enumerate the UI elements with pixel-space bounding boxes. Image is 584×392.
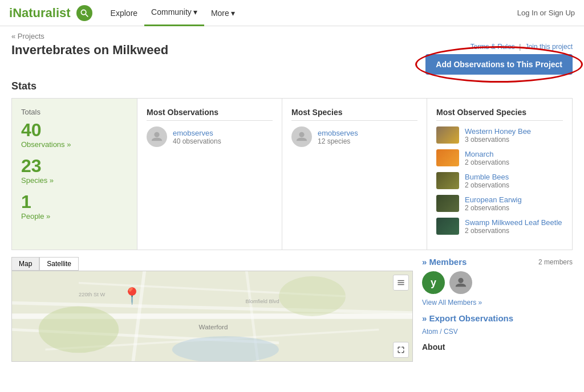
totals-box: Totals 40 Observations » 23 Species » 1 …: [12, 99, 137, 250]
most-species-title: Most Species: [291, 108, 417, 121]
search-icon: [80, 9, 88, 17]
export-section: Export Observations Atom / CSV: [422, 313, 573, 336]
species-name[interactable]: Swamp Milkweed Leaf Beetle: [465, 218, 562, 227]
totals-label: Totals: [21, 108, 128, 116]
species-row: European Earwig2 observations: [436, 195, 563, 212]
map-controls: Map Satellite: [11, 257, 413, 271]
login-link[interactable]: Log In: [517, 9, 538, 17]
avatar-icon: [295, 130, 308, 143]
species-row: Swamp Milkweed Leaf Beetle2 observations: [436, 218, 563, 235]
svg-point-3: [299, 132, 304, 137]
most-species-col: Most Species emobserves 12 species: [282, 99, 427, 250]
species-count: 23: [21, 157, 128, 175]
add-observations-button[interactable]: Add Observations to This Project: [425, 54, 573, 75]
members-title: Members: [422, 257, 467, 267]
join-link[interactable]: Join this project: [525, 43, 573, 51]
svg-point-12: [39, 306, 119, 353]
svg-rect-18: [398, 280, 404, 281]
sidebar-section: Members 2 members y View All Members » E…: [413, 257, 573, 362]
avatar-icon: [455, 276, 467, 289]
species-thumb: [436, 218, 459, 235]
members-header: Members 2 members: [422, 257, 573, 267]
layers-icon: [397, 279, 405, 287]
most-species-user-row: emobserves 12 species: [291, 126, 417, 147]
brand-suffix: Naturalist: [13, 6, 70, 20]
map-pin: 📍: [122, 287, 142, 305]
most-obs-count: 40 observations: [173, 137, 221, 145]
stats-grid: Totals 40 Observations » 23 Species » 1 …: [11, 98, 573, 250]
header-right: Terms & Rules | Join this project Add Ob…: [425, 43, 573, 75]
export-title: Export Observations: [422, 313, 573, 323]
species-info: European Earwig2 observations: [465, 195, 522, 212]
svg-rect-20: [398, 284, 404, 285]
chevron-down-icon: ▾: [231, 9, 235, 18]
species-info: Monarch2 observations: [465, 150, 509, 166]
search-button[interactable]: [76, 5, 92, 21]
projects-link[interactable]: « Projects: [11, 32, 44, 40]
most-species-avatar: [291, 126, 312, 147]
nav-links: Explore Community ▾ More ▾: [104, 0, 242, 26]
about-section: About: [422, 342, 573, 352]
species-info: Swamp Milkweed Leaf Beetle2 observations: [465, 218, 562, 235]
observations-label[interactable]: Observations »: [21, 140, 128, 149]
species-row: Western Honey Bee3 observations: [436, 126, 563, 144]
terms-link[interactable]: Terms & Rules: [471, 43, 515, 51]
navbar: iNaturalist Explore Community ▾ More ▾ L…: [0, 0, 584, 26]
export-links: Atom / CSV: [422, 328, 573, 336]
most-observed-species-col: Most Observed Species Western Honey Bee3…: [427, 99, 572, 250]
nav-auth: Log In or Sign Up: [517, 9, 575, 17]
species-thumb: [436, 126, 459, 144]
nav-more[interactable]: More ▾: [204, 0, 242, 26]
nav-explore[interactable]: Explore: [104, 0, 144, 26]
brand-logo[interactable]: iNaturalist: [9, 6, 71, 21]
member-avatars: y: [422, 271, 573, 294]
species-name[interactable]: Monarch: [465, 150, 509, 158]
map-fullscreen-button[interactable]: [393, 342, 409, 358]
view-all-members-link[interactable]: View All Members »: [422, 299, 482, 307]
most-observations-title: Most Observations: [147, 108, 273, 121]
map-container: Waterford 220th St W Blomfield Blvd 📍: [11, 271, 413, 362]
members-count: 2 members: [538, 258, 573, 266]
atom-link[interactable]: Atom: [422, 328, 438, 336]
stats-section: Stats Totals 40 Observations » 23 Specie…: [0, 80, 584, 250]
svg-point-2: [154, 132, 159, 137]
species-info: Bumble Bees2 observations: [465, 173, 509, 189]
species-row: Monarch2 observations: [436, 149, 563, 166]
chevron-down-icon: ▾: [193, 7, 197, 17]
species-thumb: [436, 149, 459, 166]
most-obs-avatar: [147, 126, 167, 147]
add-observations-wrapper: Add Observations to This Project: [425, 54, 573, 75]
species-thumb: [436, 172, 459, 189]
signup-link[interactable]: Sign Up: [549, 9, 575, 17]
most-species-username[interactable]: emobserves: [318, 129, 358, 137]
map-layers-button[interactable]: [393, 275, 409, 291]
svg-text:Blomfield Blvd: Blomfield Blvd: [246, 299, 279, 304]
nav-community[interactable]: Community ▾: [144, 0, 204, 26]
most-observed-species-title: Most Observed Species: [436, 108, 563, 121]
most-obs-username[interactable]: emobserves: [173, 129, 221, 137]
people-label[interactable]: People »: [21, 212, 128, 220]
svg-text:Waterford: Waterford: [199, 323, 228, 330]
species-name[interactable]: Western Honey Bee: [465, 127, 531, 136]
member-avatar-1[interactable]: y: [422, 271, 445, 294]
map-background: Waterford 220th St W Blomfield Blvd: [12, 271, 412, 361]
people-count: 1: [21, 193, 128, 211]
species-list: Western Honey Bee3 observationsMonarch2 …: [436, 126, 563, 235]
species-info: Western Honey Bee3 observations: [465, 127, 531, 144]
member-avatar-2[interactable]: [449, 271, 472, 294]
species-label[interactable]: Species »: [21, 176, 128, 185]
species-name[interactable]: Bumble Bees: [465, 173, 509, 181]
species-name[interactable]: European Earwig: [465, 195, 522, 204]
svg-point-0: [81, 10, 86, 14]
bottom-row: Map Satellite Waterford: [0, 250, 584, 362]
fullscreen-icon: [398, 346, 404, 353]
observations-count: 40: [21, 121, 128, 139]
map-button[interactable]: Map: [11, 257, 39, 271]
svg-line-1: [86, 14, 88, 17]
species-count: 3 observations: [465, 136, 531, 144]
svg-text:220th St W: 220th St W: [79, 292, 105, 297]
about-label: About: [422, 342, 445, 352]
satellite-button[interactable]: Satellite: [39, 257, 79, 271]
csv-link[interactable]: CSV: [444, 328, 458, 336]
breadcrumb: « Projects: [0, 26, 584, 43]
